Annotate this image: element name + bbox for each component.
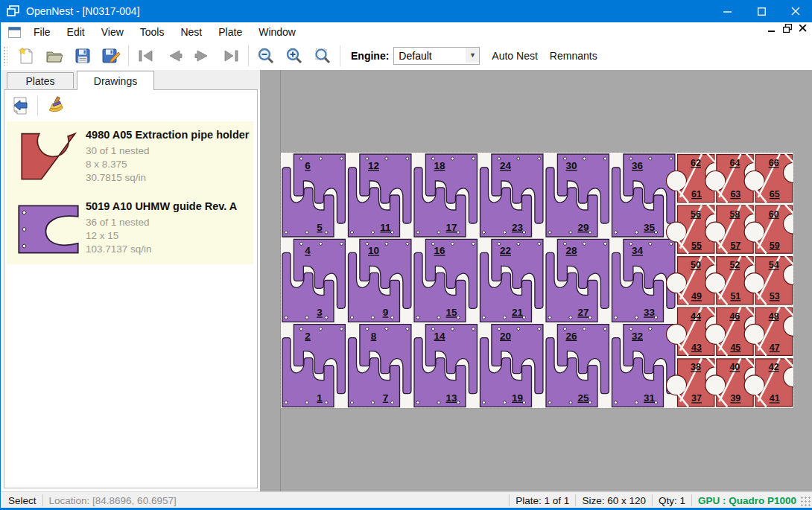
svg-text:24: 24 <box>500 160 512 171</box>
menu-tools[interactable]: Tools <box>132 23 173 41</box>
engine-select[interactable]: Default ▼ <box>393 47 480 65</box>
go-next-button[interactable] <box>188 44 217 68</box>
clean-button[interactable] <box>42 94 68 118</box>
go-previous-button[interactable] <box>160 44 188 68</box>
plate-qty: Qty: 1 <box>659 495 685 506</box>
svg-text:30: 30 <box>565 160 577 171</box>
menu-view[interactable]: View <box>93 23 132 41</box>
drawing-list: 4980 A05 Extraction pipe holder 30 of 1 … <box>7 121 253 264</box>
mdi-restore-icon[interactable] <box>783 24 792 33</box>
title-bar: OpenNest - [N0317-004] <box>1 0 812 22</box>
svg-text:8: 8 <box>371 331 377 342</box>
drawing-thumbnail-purple <box>11 199 86 257</box>
svg-text:28: 28 <box>565 245 577 256</box>
svg-text:39: 39 <box>730 393 740 404</box>
gpu-indicator: GPU : Quadro P1000 <box>698 495 796 506</box>
svg-text:46: 46 <box>729 311 740 322</box>
cursor-location: Location: [84.8696, 60.6957] <box>49 495 177 506</box>
toolbar-grip[interactable] <box>3 46 7 66</box>
zoom-out-icon <box>257 47 275 65</box>
list-item-drawing-2[interactable]: 5019 A10 UHMW guide Rev. A 36 of 1 neste… <box>7 193 253 264</box>
svg-text:60: 60 <box>769 209 779 220</box>
go-first-button[interactable] <box>132 44 160 68</box>
engine-label: Engine: <box>351 50 389 62</box>
app-icon <box>7 5 20 17</box>
menu-window[interactable]: Window <box>250 23 304 41</box>
menu-plate[interactable]: Plate <box>210 23 250 41</box>
svg-text:20: 20 <box>500 331 511 342</box>
open-button[interactable] <box>40 44 69 68</box>
svg-text:1: 1 <box>317 392 323 404</box>
mdi-document-icon[interactable] <box>8 27 21 38</box>
svg-text:48: 48 <box>769 311 779 322</box>
svg-text:56: 56 <box>691 209 701 220</box>
drawing-title: 5019 A10 UHMW guide Rev. A <box>86 200 250 212</box>
nest-canvas[interactable]: 6512111817242330293635431091615222128273… <box>260 70 812 491</box>
tab-plates[interactable]: Plates <box>7 72 74 89</box>
svg-text:59: 59 <box>770 240 780 251</box>
svg-text:31: 31 <box>644 392 656 404</box>
go-last-icon <box>222 49 240 63</box>
go-previous-icon <box>166 49 183 63</box>
go-last-button[interactable] <box>217 44 245 68</box>
side-tabstrip: Plates Drawings <box>1 70 260 89</box>
svg-text:26: 26 <box>565 331 577 342</box>
close-button[interactable] <box>778 0 812 22</box>
svg-text:7: 7 <box>383 392 389 404</box>
svg-text:29: 29 <box>577 222 589 233</box>
svg-text:36: 36 <box>632 160 644 171</box>
svg-text:4: 4 <box>305 245 311 256</box>
svg-text:14: 14 <box>434 331 445 342</box>
plate-size: Size: 60 x 120 <box>582 495 646 506</box>
import-drawing-icon <box>11 96 29 115</box>
svg-text:51: 51 <box>730 291 740 302</box>
import-drawing-button[interactable] <box>7 94 33 118</box>
resize-grip[interactable] <box>801 497 811 507</box>
zoom-fit-button[interactable] <box>308 44 337 68</box>
drawing-thumbnail-red <box>11 127 86 185</box>
minimize-button[interactable] <box>710 0 744 22</box>
mdi-minimize-icon[interactable] <box>768 25 775 32</box>
svg-text:32: 32 <box>632 331 643 342</box>
broom-icon <box>46 96 64 115</box>
svg-text:16: 16 <box>434 245 445 256</box>
svg-text:3: 3 <box>317 307 323 318</box>
mode-indicator: Select <box>8 495 37 506</box>
zoom-in-button[interactable] <box>280 44 308 68</box>
chevron-down-icon[interactable]: ▼ <box>466 48 479 63</box>
nested-parts: 6512111817242330293635431091615222128273… <box>281 153 793 408</box>
svg-text:17: 17 <box>445 222 457 233</box>
svg-text:6: 6 <box>305 160 311 171</box>
svg-text:15: 15 <box>445 307 457 318</box>
svg-text:18: 18 <box>434 160 445 171</box>
mdi-close-icon[interactable] <box>799 25 807 32</box>
zoom-out-button[interactable] <box>252 44 280 68</box>
svg-text:22: 22 <box>500 245 511 256</box>
maximize-button[interactable] <box>744 0 778 22</box>
svg-text:44: 44 <box>691 311 701 322</box>
save-button[interactable] <box>69 44 97 68</box>
menu-file[interactable]: File <box>25 23 59 41</box>
svg-text:12: 12 <box>368 160 379 171</box>
plate-sheet[interactable]: 6512111817242330293635431091615222128273… <box>281 153 793 408</box>
save-as-icon <box>102 48 120 64</box>
save-as-button[interactable] <box>97 44 125 68</box>
drawing-size: 12 x 15 <box>86 230 250 241</box>
new-button[interactable] <box>12 44 40 68</box>
zoom-in-icon <box>285 47 303 65</box>
menu-nest[interactable]: Nest <box>172 23 210 41</box>
svg-text:62: 62 <box>691 158 701 168</box>
auto-nest-button[interactable]: Auto Nest <box>486 47 543 65</box>
drawing-area: 30.7815 sq/in <box>86 172 250 183</box>
tab-drawings[interactable]: Drawings <box>77 71 154 90</box>
svg-text:21: 21 <box>512 307 524 318</box>
drawing-area: 103.7137 sq/in <box>86 243 250 255</box>
window-title: OpenNest - [N0317-004] <box>26 5 140 17</box>
list-item-drawing-1[interactable]: 4980 A05 Extraction pipe holder 30 of 1 … <box>7 121 253 193</box>
svg-text:65: 65 <box>770 189 780 200</box>
remnants-button[interactable]: Remnants <box>544 47 603 65</box>
svg-text:5: 5 <box>317 222 323 233</box>
svg-text:42: 42 <box>769 362 779 372</box>
main-toolbar: Engine: Default ▼ Auto Nest Remnants <box>1 42 812 71</box>
menu-edit[interactable]: Edit <box>59 23 93 41</box>
